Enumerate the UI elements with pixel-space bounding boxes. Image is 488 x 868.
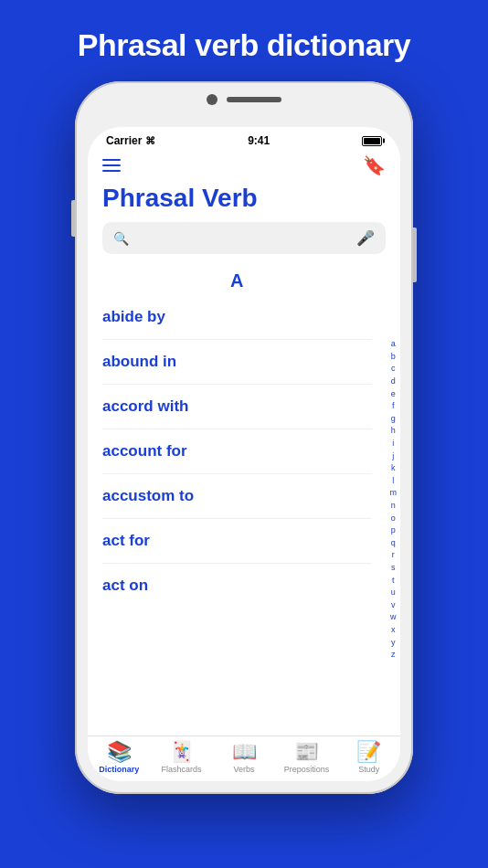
dictionary-tab-label: Dictionary: [99, 765, 139, 774]
alpha-letter-p[interactable]: p: [391, 524, 396, 536]
dictionary-tab-icon: 📚: [107, 742, 132, 762]
app-header: 🔖: [88, 151, 400, 184]
flashcards-tab-icon: 🃏: [169, 742, 194, 762]
front-camera: [207, 94, 217, 105]
verbs-tab-icon: 📖: [232, 742, 257, 762]
word-text: act for: [102, 532, 150, 549]
section-header-a: A: [102, 263, 372, 295]
phone-wrapper: Carrier ⌘ 9:41 🔖 Phrasal Verb: [75, 81, 413, 794]
carrier-label: Carrier ⌘: [106, 134, 155, 147]
study-tab-label: Study: [358, 765, 379, 774]
alpha-letter-s[interactable]: s: [391, 562, 396, 574]
alpha-letter-l[interactable]: l: [392, 475, 394, 487]
tab-bar: 📚Dictionary🃏Flashcards📖Verbs📰Preposition…: [88, 736, 400, 781]
phone-top-bar: [143, 94, 345, 105]
alpha-letter-y[interactable]: y: [391, 637, 396, 649]
word-list: A abide byabound inaccord withaccount fo…: [88, 263, 387, 736]
alpha-letter-n[interactable]: n: [391, 500, 396, 512]
alpha-letter-x[interactable]: x: [391, 624, 396, 636]
alpha-letter-q[interactable]: q: [391, 537, 396, 549]
alpha-letter-e[interactable]: e: [391, 388, 396, 400]
alpha-letter-h[interactable]: h: [391, 425, 396, 437]
alpha-letter-z[interactable]: z: [391, 649, 396, 661]
earpiece-speaker: [227, 97, 281, 102]
app-title-text: Phrasal Verb: [102, 184, 258, 212]
list-item[interactable]: act on: [102, 564, 372, 608]
menu-button[interactable]: [102, 159, 121, 172]
battery-indicator: [362, 136, 382, 146]
alphabet-index[interactable]: abcdefghijklmnopqrstuvwxyz: [387, 263, 401, 736]
word-text: account for: [102, 442, 187, 460]
tab-verbs[interactable]: 📖Verbs: [213, 742, 275, 774]
page-title: Phrasal verb dictionary: [18, 27, 470, 63]
tab-dictionary[interactable]: 📚Dictionary: [88, 742, 150, 774]
prepositions-tab-label: Prepositions: [284, 765, 330, 774]
status-time: 9:41: [248, 134, 270, 147]
alpha-letter-v[interactable]: v: [391, 599, 396, 611]
page-title-area: Phrasal verb dictionary: [0, 0, 488, 81]
wifi-icon: ⌘: [145, 135, 155, 147]
word-text: act on: [102, 577, 148, 594]
verbs-tab-label: Verbs: [234, 765, 255, 774]
hamburger-line-2: [102, 164, 121, 166]
prepositions-tab-icon: 📰: [294, 742, 319, 762]
alpha-letter-g[interactable]: g: [391, 413, 396, 425]
search-bar[interactable]: 🔍 🎤: [102, 222, 386, 254]
alpha-letter-w[interactable]: w: [390, 611, 397, 623]
bookmark-icon[interactable]: 🔖: [363, 154, 386, 176]
word-list-container: A abide byabound inaccord withaccount fo…: [88, 263, 400, 736]
list-item[interactable]: act for: [102, 519, 372, 564]
word-text: accustom to: [102, 487, 194, 504]
alpha-letter-u[interactable]: u: [391, 587, 396, 598]
tab-flashcards[interactable]: 🃏Flashcards: [150, 742, 212, 774]
hamburger-line-3: [102, 170, 121, 172]
alpha-letter-d[interactable]: d: [391, 376, 396, 387]
tab-prepositions[interactable]: 📰Prepositions: [275, 742, 337, 774]
alpha-letter-c[interactable]: c: [391, 363, 396, 375]
list-item[interactable]: accustom to: [102, 474, 372, 519]
list-item[interactable]: account for: [102, 429, 372, 474]
word-text: accord with: [102, 397, 188, 415]
alpha-letter-a[interactable]: a: [391, 338, 396, 350]
word-text: abide by: [102, 308, 165, 325]
flashcards-tab-label: Flashcards: [162, 765, 202, 774]
status-bar: Carrier ⌘ 9:41: [88, 127, 400, 151]
alpha-letter-r[interactable]: r: [392, 549, 395, 561]
battery-icon: [362, 136, 382, 146]
alpha-letter-f[interactable]: f: [392, 400, 395, 412]
list-item[interactable]: accord with: [102, 385, 372, 429]
battery-fill: [364, 138, 380, 144]
alpha-letter-k[interactable]: k: [391, 462, 396, 474]
tab-study[interactable]: 📝Study: [338, 742, 400, 774]
alpha-letter-i[interactable]: i: [392, 438, 394, 450]
search-icon: 🔍: [113, 231, 129, 246]
alpha-letter-m[interactable]: m: [390, 487, 398, 499]
phone-screen: Carrier ⌘ 9:41 🔖 Phrasal Verb: [88, 127, 400, 781]
alpha-letter-o[interactable]: o: [391, 513, 396, 524]
alpha-letter-j[interactable]: j: [392, 450, 394, 462]
word-text: abound in: [102, 353, 176, 370]
list-item[interactable]: abide by: [102, 295, 372, 340]
study-tab-icon: 📝: [356, 742, 381, 762]
microphone-icon[interactable]: 🎤: [356, 229, 375, 247]
search-input[interactable]: [136, 230, 356, 246]
alpha-letter-t[interactable]: t: [392, 575, 395, 587]
app-title-container: Phrasal Verb: [88, 184, 400, 222]
hamburger-line-1: [102, 159, 121, 161]
list-item[interactable]: abound in: [102, 340, 372, 385]
alpha-letter-b[interactable]: b: [391, 351, 396, 363]
